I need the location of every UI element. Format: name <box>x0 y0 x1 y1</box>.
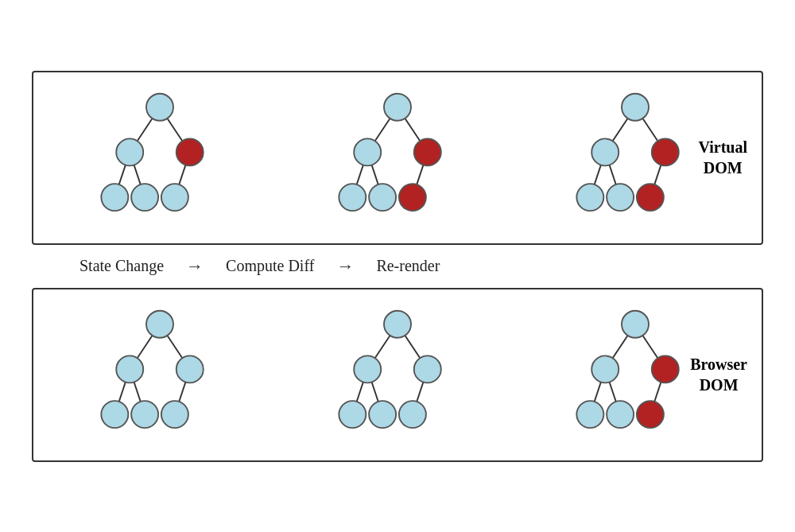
virtual-dom-label: VirtualDOM <box>699 137 747 178</box>
svg-point-39 <box>117 355 144 382</box>
svg-point-21 <box>399 184 426 211</box>
svg-point-52 <box>339 401 366 428</box>
svg-point-50 <box>354 355 381 382</box>
flow-row: State Change → Compute Diff → Re-render <box>32 245 763 288</box>
svg-point-42 <box>131 401 158 428</box>
browser-tree-2 <box>330 305 465 445</box>
svg-point-17 <box>354 138 381 165</box>
svg-point-7 <box>176 138 204 165</box>
svg-point-61 <box>591 355 619 382</box>
browser-tree-3 <box>568 305 703 445</box>
svg-point-41 <box>102 401 129 428</box>
step2-label: Compute Diff <box>226 257 314 275</box>
svg-point-30 <box>576 184 603 211</box>
svg-point-20 <box>369 184 396 211</box>
svg-point-16 <box>384 93 411 120</box>
svg-point-49 <box>384 310 411 337</box>
virtual-dom-box: VirtualDOM <box>32 71 763 245</box>
arrow1: → <box>186 256 204 277</box>
svg-point-60 <box>622 310 649 337</box>
arrow2: → <box>336 256 354 277</box>
step1-label: State Change <box>80 257 164 275</box>
svg-point-31 <box>607 184 634 211</box>
diagram-container: VirtualDOM State Change → Compute Diff →… <box>32 71 763 462</box>
svg-point-64 <box>607 401 634 428</box>
svg-point-18 <box>414 138 441 165</box>
virtual-tree-3 <box>568 88 703 227</box>
svg-point-38 <box>146 310 173 337</box>
svg-point-29 <box>651 138 678 165</box>
svg-point-53 <box>369 401 396 428</box>
svg-point-43 <box>161 401 188 428</box>
virtual-tree-2 <box>330 88 465 227</box>
svg-point-5 <box>146 93 173 120</box>
svg-point-28 <box>591 138 619 165</box>
svg-point-62 <box>651 355 678 382</box>
browser-dom-box: BrowserDOM <box>32 288 763 462</box>
svg-point-6 <box>117 138 144 165</box>
svg-point-65 <box>637 401 664 428</box>
virtual-tree-1 <box>92 88 227 227</box>
svg-point-10 <box>161 184 188 211</box>
svg-point-54 <box>399 401 426 428</box>
svg-point-51 <box>414 355 441 382</box>
svg-point-63 <box>576 401 603 428</box>
svg-point-32 <box>637 184 664 211</box>
svg-point-27 <box>622 93 649 120</box>
svg-point-8 <box>102 184 129 211</box>
svg-point-19 <box>339 184 366 211</box>
svg-point-40 <box>176 355 204 382</box>
browser-tree-1 <box>92 305 227 445</box>
svg-point-9 <box>131 184 158 211</box>
step3-label: Re-render <box>376 257 440 275</box>
browser-dom-label: BrowserDOM <box>690 354 747 395</box>
